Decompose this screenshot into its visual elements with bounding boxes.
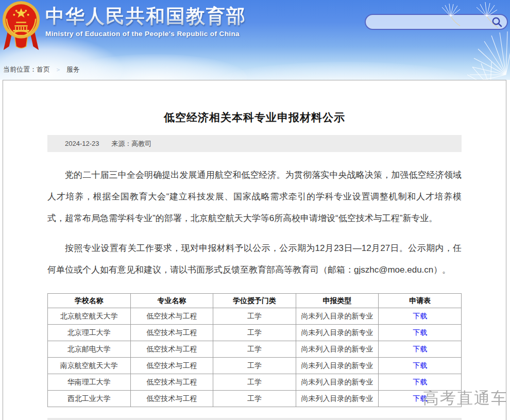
site-header: 中华人民共和国教育部 Ministry of Education of the … xyxy=(0,0,510,80)
national-emblem-icon xyxy=(1,0,41,56)
table-row: 北京理工大学 低空技术与工程 工学 尚未列入目录的新专业 下载 xyxy=(48,325,462,341)
download-link[interactable]: 下载 xyxy=(413,345,427,353)
download-link[interactable]: 下载 xyxy=(413,328,427,337)
cell-degree: 工学 xyxy=(213,358,296,374)
cell-type: 尚未列入目录的新专业 xyxy=(296,325,379,341)
article-meta-bar: 2024-12-23 来源：高教司 xyxy=(47,135,462,152)
cell-major: 低空技术与工程 xyxy=(130,391,213,407)
cell-degree: 工学 xyxy=(213,325,296,341)
page: 中华人民共和国教育部 Ministry of Education of the … xyxy=(0,0,510,420)
table-row: 北京航空航天大学 低空技术与工程 工学 尚未列入目录的新专业 下载 xyxy=(48,308,462,325)
cloud-decoration xyxy=(62,54,247,80)
brand: 中华人民共和国教育部 Ministry of Education of the … xyxy=(45,5,246,38)
search-icon[interactable] xyxy=(491,16,503,28)
editor-bar: （责任编辑：高教司） xyxy=(47,418,462,420)
table-row: 西北工业大学 低空技术与工程 工学 尚未列入目录的新专业 下载 xyxy=(48,391,462,407)
breadcrumb-service-link[interactable]: 服务 xyxy=(66,65,80,73)
breadcrumb-separator-icon: ＞ xyxy=(55,66,61,73)
col-header-degree: 学位授予门类 xyxy=(213,294,296,308)
article-source: 来源：高教司 xyxy=(111,140,151,147)
cell-major: 低空技术与工程 xyxy=(130,341,213,358)
cell-school: 西北工业大学 xyxy=(48,391,131,407)
cell-degree: 工学 xyxy=(213,374,296,391)
col-header-major: 专业名称 xyxy=(130,294,213,308)
cell-school: 华南理工大学 xyxy=(48,374,131,391)
search-input[interactable] xyxy=(373,18,491,26)
article-title: 低空经济相关本科专业申报材料公示 xyxy=(3,110,506,125)
breadcrumb-home-link[interactable]: 首页 xyxy=(37,65,50,73)
breadcrumb: 当前位置：首页＞服务 xyxy=(3,65,80,74)
col-header-form: 申请表 xyxy=(379,294,462,308)
download-link[interactable]: 下载 xyxy=(413,361,427,369)
cell-form: 下载 xyxy=(379,341,462,358)
breadcrumb-label: 当前位置： xyxy=(3,65,37,73)
cell-type: 尚未列入目录的新专业 xyxy=(296,358,379,374)
cell-form: 下载 xyxy=(379,325,462,341)
table-row: 南京航空航天大学 低空技术与工程 工学 尚未列入目录的新专业 下载 xyxy=(48,358,462,374)
cell-form: 下载 xyxy=(379,358,462,374)
paragraph-1: 党的二十届三中全会明确提出发展通用航空和低空经济。为贯彻落实中央战略决策，加强低… xyxy=(47,164,462,229)
cell-school: 北京理工大学 xyxy=(48,325,131,341)
cell-major: 低空技术与工程 xyxy=(130,308,213,325)
watermark: 高考直通车 xyxy=(423,388,508,409)
col-header-type: 申报类型 xyxy=(296,294,379,308)
application-table: 学校名称 专业名称 学位授予门类 申报类型 申请表 北京航空航天大学 低空技术与… xyxy=(47,293,462,407)
cell-type: 尚未列入目录的新专业 xyxy=(296,374,379,391)
table-header-row: 学校名称 专业名称 学位授予门类 申报类型 申请表 xyxy=(48,294,462,308)
cell-degree: 工学 xyxy=(213,308,296,325)
paragraph-2: 按照专业设置有关工作要求，现对申报材料予以公示，公示期为12月23日—12月27… xyxy=(47,238,462,281)
site-title: 中华人民共和国教育部 xyxy=(45,5,246,28)
cell-degree: 工学 xyxy=(213,391,296,407)
table-row: 华南理工大学 低空技术与工程 工学 尚未列入目录的新专业 下载 xyxy=(48,374,462,391)
cell-school: 南京航空航天大学 xyxy=(48,358,131,374)
cell-form: 下载 xyxy=(379,308,462,325)
article-date: 2024-12-23 xyxy=(65,140,99,147)
article-body: 党的二十届三中全会明确提出发展通用航空和低空经济。为贯彻落实中央战略决策，加强低… xyxy=(47,164,462,281)
cell-major: 低空技术与工程 xyxy=(130,374,213,391)
cell-type: 尚未列入目录的新专业 xyxy=(296,308,379,325)
cell-type: 尚未列入目录的新专业 xyxy=(296,391,379,407)
cell-school: 北京航空航天大学 xyxy=(48,308,131,325)
cell-type: 尚未列入目录的新专业 xyxy=(296,341,379,358)
search-box[interactable] xyxy=(365,14,508,30)
cell-major: 低空技术与工程 xyxy=(130,325,213,341)
col-header-school: 学校名称 xyxy=(48,294,131,308)
download-link[interactable]: 下载 xyxy=(413,312,427,320)
content-panel: 低空经济相关本科专业申报材料公示 2024-12-23 来源：高教司 党的二十届… xyxy=(3,80,506,420)
table-row: 北京邮电大学 低空技术与工程 工学 尚未列入目录的新专业 下载 xyxy=(48,341,462,358)
site-subtitle: Ministry of Education of the People's Re… xyxy=(45,30,246,38)
cell-school: 北京邮电大学 xyxy=(48,341,131,358)
download-link[interactable]: 下载 xyxy=(413,378,427,386)
cell-degree: 工学 xyxy=(213,341,296,358)
cloud-decoration xyxy=(216,62,474,80)
cell-major: 低空技术与工程 xyxy=(130,358,213,374)
